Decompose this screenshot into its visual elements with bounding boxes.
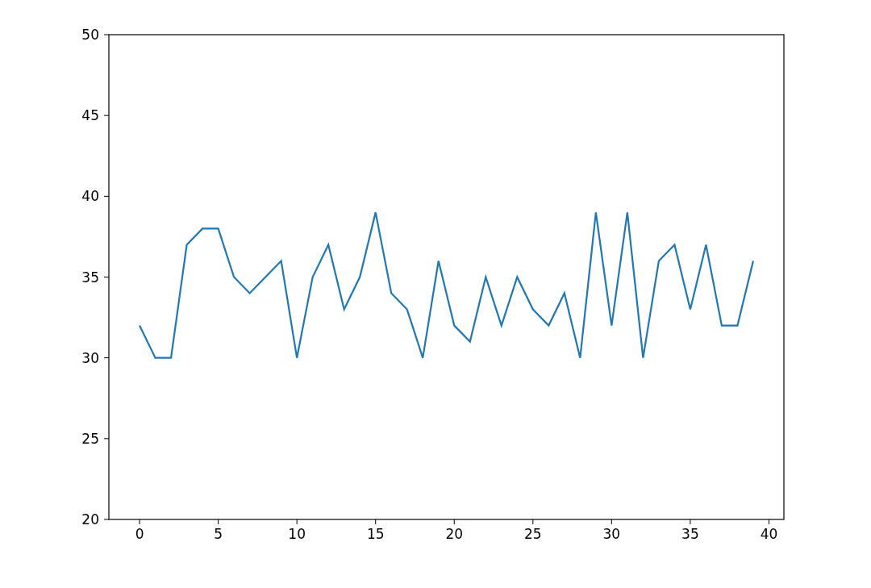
x-tick-label: 0 bbox=[135, 526, 144, 542]
x-tick-label: 35 bbox=[681, 526, 699, 542]
y-tick-label: 35 bbox=[81, 269, 99, 286]
line-chart: 051015202530354020253035404550 bbox=[0, 0, 871, 588]
x-tick-label: 30 bbox=[603, 526, 621, 542]
x-tick-label: 10 bbox=[288, 526, 306, 542]
y-tick-label: 20 bbox=[81, 511, 99, 528]
x-tick-label: 25 bbox=[524, 526, 542, 542]
x-tick-label: 40 bbox=[761, 526, 778, 542]
y-tick-label: 30 bbox=[81, 350, 99, 366]
y-tick-label: 45 bbox=[81, 107, 99, 123]
x-tick-label: 20 bbox=[445, 526, 463, 542]
x-tick-label: 5 bbox=[214, 526, 223, 542]
chart-svg: 051015202530354020253035404550 bbox=[0, 0, 871, 588]
data-series-line bbox=[140, 212, 753, 357]
y-tick-label: 25 bbox=[81, 431, 99, 447]
y-tick-label: 50 bbox=[81, 27, 99, 43]
y-tick-label: 40 bbox=[81, 188, 99, 204]
x-tick-label: 15 bbox=[367, 526, 385, 542]
